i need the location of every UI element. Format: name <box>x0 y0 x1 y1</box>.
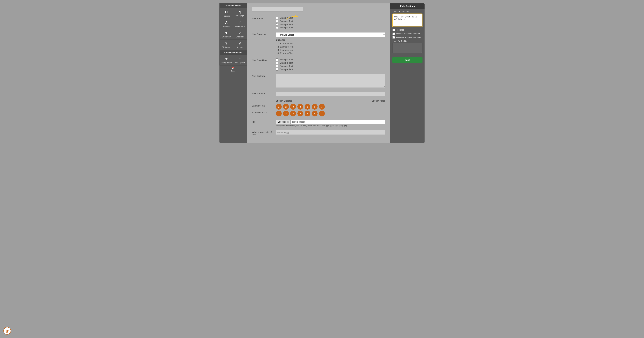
rating-btn-1-4[interactable]: 4 <box>298 104 303 110</box>
file-acceptable-text: Acceptable document types are .doc, .doc… <box>276 125 385 127</box>
dropdown-options-list: 1. Example Text 2. Example Text 3. Examp… <box>276 42 385 55</box>
rating-scale-icon: ★ <box>225 57 228 61</box>
tooltip-label: Label for Tooltip <box>392 40 422 42</box>
rating-btn-2-4[interactable]: 4 <box>298 110 303 116</box>
date-input[interactable] <box>276 130 385 135</box>
paragraph-icon: ¶ <box>239 10 241 14</box>
rating-buttons-1: 1 2 3 4 5 6 7 <box>276 104 385 110</box>
textarea-input[interactable] <box>276 74 385 88</box>
radio-row: New Radio Example Text Example Text <box>252 16 385 29</box>
dropdown-select[interactable]: -- Please Select -- <box>276 32 385 37</box>
sidebar-item-date[interactable]: 📅 Date <box>220 66 247 74</box>
checkbox-icon: ☑ <box>238 31 242 35</box>
sidebar-item-text-area-label: Text Area <box>222 46 230 48</box>
list-item: 4. Example Text <box>278 52 385 55</box>
sidebar-item-drop-down[interactable]: ▼ Drop Down <box>220 29 233 40</box>
radio-item-1: Example Text <box>276 16 385 19</box>
date-label: What is your date of birth <box>252 130 272 136</box>
radio-text-2: Example Text <box>280 20 293 22</box>
field-settings-body: Label for date field What is your date o… <box>390 9 424 64</box>
sidebar-item-text-area[interactable]: ❡ Text Area <box>220 40 233 50</box>
rating-btn-1-2[interactable]: 2 <box>283 104 289 110</box>
textarea-row: New Textarea <box>252 74 385 88</box>
session-assessment-option: Session Assessment Field <box>392 32 422 35</box>
sidebar-item-file-upload[interactable]: ↑ File Upload <box>233 55 247 65</box>
date-icon: 📅 <box>232 67 234 70</box>
text-area-icon: ❡ <box>225 41 228 46</box>
rating-header-row: Strongly Disagree Strongly Agree <box>252 100 385 103</box>
required-checkbox[interactable] <box>392 29 395 31</box>
radio-label: New Radio <box>252 16 272 20</box>
rating-row-2-label: Example Text 2 <box>252 110 272 114</box>
sidebar-item-heading[interactable]: H Heading <box>220 8 233 19</box>
radio-input-3[interactable] <box>276 23 278 26</box>
list-item: 3. Example Text <box>278 48 385 52</box>
checkbox-item-2: Example Text <box>276 62 385 64</box>
specialised-fields-section: Specialised Fields ★ Rating Scale ↑ File… <box>220 50 247 74</box>
rating-btn-2-5[interactable]: 5 <box>304 110 310 116</box>
sidebar-item-number[interactable]: # Number <box>233 40 247 50</box>
sidebar-item-paragraph[interactable]: ¶ Paragraph <box>233 8 247 19</box>
radio-input-1[interactable] <box>276 17 278 19</box>
sidebar-item-text-input[interactable]: A Text Input <box>220 19 233 29</box>
presenter-assessment-checkbox[interactable] <box>392 36 395 39</box>
textarea-label: New Textarea <box>252 74 272 77</box>
checkbox-text-1: Example Text <box>280 58 293 61</box>
sidebar-item-number-label: Number <box>236 46 243 48</box>
radio-input-4[interactable] <box>276 26 278 29</box>
radio-item-2: Example Text <box>276 20 385 22</box>
radio-item-4: Example Text <box>276 26 385 29</box>
rating-btn-2-7[interactable]: 7 <box>319 110 325 116</box>
session-assessment-checkbox[interactable] <box>392 32 395 35</box>
rating-btn-2-2[interactable]: 2 <box>283 110 289 116</box>
sidebar-item-multi-choice-label: Multi Choice <box>235 25 245 27</box>
rating-agree-label: Strongly Agree <box>372 100 385 102</box>
rating-btn-2-3[interactable]: 3 <box>290 110 296 116</box>
sidebar-item-rating-scale[interactable]: ★ Rating Scale <box>220 55 233 65</box>
file-no-chosen-text: No file chosen <box>290 120 385 124</box>
field-settings-panel: Field Settings Label for date field What… <box>390 4 424 143</box>
save-button[interactable]: Save <box>392 57 422 63</box>
rating-buttons-2: 1 2 3 4 5 6 7 <box>276 110 385 116</box>
file-upload-icon: ↑ <box>239 57 241 61</box>
checkbox-input-2[interactable] <box>276 62 278 64</box>
top-stub-input[interactable] <box>252 7 303 12</box>
standard-fields-title: Standard Fields <box>220 4 247 8</box>
sidebar-item-text-input-label: Text Input <box>222 25 230 27</box>
tooltip-textarea[interactable] <box>392 43 422 53</box>
number-input[interactable] <box>276 92 385 96</box>
checkbox-input-4[interactable] <box>276 68 278 70</box>
checkbox-item-3: Example Text <box>276 65 385 67</box>
choose-file-button[interactable]: Choose File <box>276 120 290 124</box>
logo-badge: 9 <box>8 330 9 332</box>
number-row: New Number <box>252 92 385 96</box>
checkbox-input-3[interactable] <box>276 65 278 67</box>
top-stub-row <box>252 7 385 13</box>
checkbox-input-1[interactable] <box>276 58 278 61</box>
rating-btn-1-1[interactable]: 1 <box>276 104 282 110</box>
field-settings-title: Field Settings <box>390 4 424 9</box>
checkbox-label: New Checkbox <box>252 58 272 62</box>
sidebar-item-multi-choice[interactable]: ✓ Multi Choice <box>233 19 247 29</box>
label-field-input[interactable]: What is your date of birth <box>393 14 422 26</box>
rating-btn-2-1[interactable]: 1 <box>276 110 282 116</box>
rating-btn-1-6[interactable]: 6 <box>312 104 318 110</box>
file-label: File <box>252 120 272 123</box>
checkbox-row: New Checkbox Example Text Example Text <box>252 58 385 70</box>
radio-input-2[interactable] <box>276 20 278 22</box>
multi-choice-icon: ✓ <box>238 20 241 24</box>
dropdown-icon: ▼ <box>224 31 228 35</box>
radio-item-3: Example Text <box>276 23 385 26</box>
rating-btn-1-5[interactable]: 5 <box>304 104 310 110</box>
rating-row-2: Example Text 2 1 2 3 4 5 6 7 <box>252 110 385 116</box>
rating-btn-2-6[interactable]: 6 <box>312 110 318 116</box>
sidebar-item-checkbox[interactable]: ☑ Checkbox <box>233 29 247 40</box>
session-assessment-label: Session Assessment Field <box>396 32 420 35</box>
radio-text-3: Example Text <box>280 23 293 26</box>
sidebar-item-rating-scale-label: Rating Scale <box>221 62 232 64</box>
rating-btn-1-7[interactable]: 7 <box>319 104 325 110</box>
specialised-fields-title: Specialised Fields <box>220 50 247 55</box>
rating-disagree-label: Strongly Disagree <box>276 100 292 102</box>
rating-btn-1-3[interactable]: 3 <box>290 104 296 110</box>
checkbox-item-1: Example Text <box>276 58 385 61</box>
